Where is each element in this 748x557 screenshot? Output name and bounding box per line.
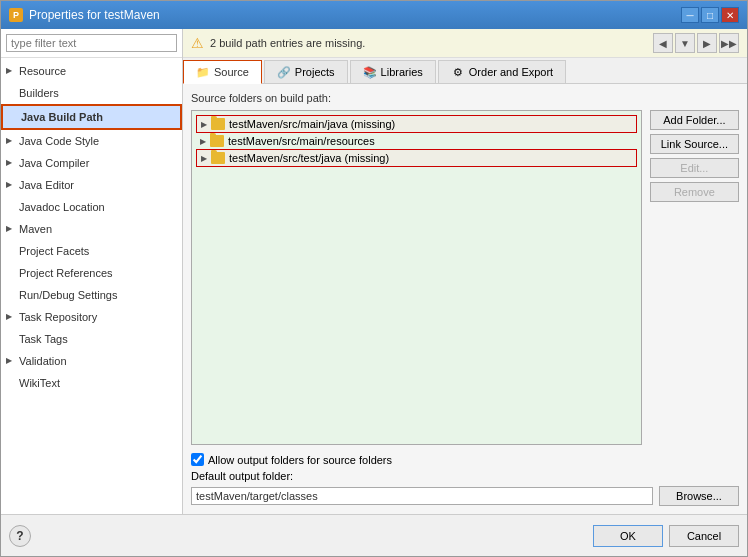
expand-arrow: ▶ [201,154,207,163]
right-panel: ⚠ 2 build path entries are missing. ◀ ▼ … [183,29,747,514]
source-item-src-test-java[interactable]: ▶ testMaven/src/test/java (missing) [196,149,637,167]
maximize-button[interactable]: □ [701,7,719,23]
tree-item-validation[interactable]: Validation [1,350,182,372]
title-bar-buttons: ─ □ ✕ [681,7,739,23]
source-row: ▶ testMaven/src/main/java (missing) ▶ te… [191,110,739,453]
edit-button[interactable]: Edit... [650,158,739,178]
tree-container: Resource Builders Java Build Path Java C… [1,58,182,514]
source-item-src-main-java[interactable]: ▶ testMaven/src/main/java (missing) [196,115,637,133]
expand-arrow: ▶ [200,137,206,146]
source-list[interactable]: ▶ testMaven/src/main/java (missing) ▶ te… [191,110,642,445]
warning-text: 2 build path entries are missing. [210,37,365,49]
tab-order-export[interactable]: ⚙ Order and Export [438,60,566,83]
bottom-buttons: OK Cancel [593,525,739,547]
allow-output-folders-checkbox[interactable] [191,453,204,466]
folder-icon [211,118,225,130]
left-panel: Resource Builders Java Build Path Java C… [1,29,183,514]
tree-item-maven[interactable]: Maven [1,218,182,240]
nav-back-button[interactable]: ◀ [653,33,673,53]
order-export-tab-icon: ⚙ [451,65,465,79]
source-section-label: Source folders on build path: [191,92,739,104]
expand-arrow: ▶ [201,120,207,129]
tab-order-export-label: Order and Export [469,66,553,78]
warning-bar: ⚠ 2 build path entries are missing. ◀ ▼ … [183,29,747,58]
folder-icon [210,135,224,147]
tree-item-java-code-style[interactable]: Java Code Style [1,130,182,152]
default-output-label: Default output folder: [191,470,739,482]
minimize-button[interactable]: ─ [681,7,699,23]
output-row: Browse... [191,486,739,506]
cancel-button[interactable]: Cancel [669,525,739,547]
tree-item-java-compiler[interactable]: Java Compiler [1,152,182,174]
tree-item-run-debug-settings[interactable]: Run/Debug Settings [1,284,182,306]
source-tab-icon: 📁 [196,65,210,79]
filter-input[interactable] [6,34,177,52]
tab-source[interactable]: 📁 Source [183,60,262,84]
remove-button[interactable]: Remove [650,182,739,202]
tree-item-task-tags[interactable]: Task Tags [1,328,182,350]
nav-forward-button[interactable]: ▶ [697,33,717,53]
tab-projects-label: Projects [295,66,335,78]
properties-window: P Properties for testMaven ─ □ ✕ Resourc… [0,0,748,557]
add-folder-button[interactable]: Add Folder... [650,110,739,130]
tree-item-wikitext[interactable]: WikiText [1,372,182,394]
source-item-label: testMaven/src/main/java (missing) [229,118,395,130]
nav-forward2-button[interactable]: ▶▶ [719,33,739,53]
link-source-button[interactable]: Link Source... [650,134,739,154]
tab-source-label: Source [214,66,249,78]
source-item-label: testMaven/src/test/java (missing) [229,152,389,164]
folder-icon [211,152,225,164]
tabs-row: 📁 Source 🔗 Projects 📚 Libraries ⚙ Order … [183,58,747,84]
title-bar: P Properties for testMaven ─ □ ✕ [1,1,747,29]
warning-icon: ⚠ [191,35,204,51]
browse-button[interactable]: Browse... [659,486,739,506]
allow-output-folders-label: Allow output folders for source folders [208,454,392,466]
window-icon: P [9,8,23,22]
libraries-tab-icon: 📚 [363,65,377,79]
help-button[interactable]: ? [9,525,31,547]
tree-item-task-repository[interactable]: Task Repository [1,306,182,328]
filter-box [1,29,182,58]
tree-item-javadoc-location[interactable]: Javadoc Location [1,196,182,218]
close-button[interactable]: ✕ [721,7,739,23]
tab-projects[interactable]: 🔗 Projects [264,60,348,83]
source-item-src-main-resources[interactable]: ▶ testMaven/src/main/resources [196,133,637,149]
tab-libraries-label: Libraries [381,66,423,78]
side-buttons: Add Folder... Link Source... Edit... Rem… [642,110,739,453]
main-content: Resource Builders Java Build Path Java C… [1,29,747,514]
tree-item-builders[interactable]: Builders [1,82,182,104]
tab-libraries[interactable]: 📚 Libraries [350,60,436,83]
tree-item-resource[interactable]: Resource [1,60,182,82]
tree-item-java-build-path[interactable]: Java Build Path [1,104,182,130]
tree-item-project-references[interactable]: Project References [1,262,182,284]
warning-toolbar: ◀ ▼ ▶ ▶▶ [653,33,739,53]
projects-tab-icon: 🔗 [277,65,291,79]
tree-item-java-editor[interactable]: Java Editor [1,174,182,196]
tree-item-project-facets[interactable]: Project Facets [1,240,182,262]
nav-dropdown-button[interactable]: ▼ [675,33,695,53]
output-input[interactable] [191,487,653,505]
panel-content: Source folders on build path: ▶ testMave… [183,84,747,514]
bottom-bar: ? OK Cancel [1,514,747,556]
source-item-label: testMaven/src/main/resources [228,135,375,147]
window-title: Properties for testMaven [29,8,160,22]
ok-button[interactable]: OK [593,525,663,547]
allow-output-folders-row: Allow output folders for source folders [191,453,739,466]
